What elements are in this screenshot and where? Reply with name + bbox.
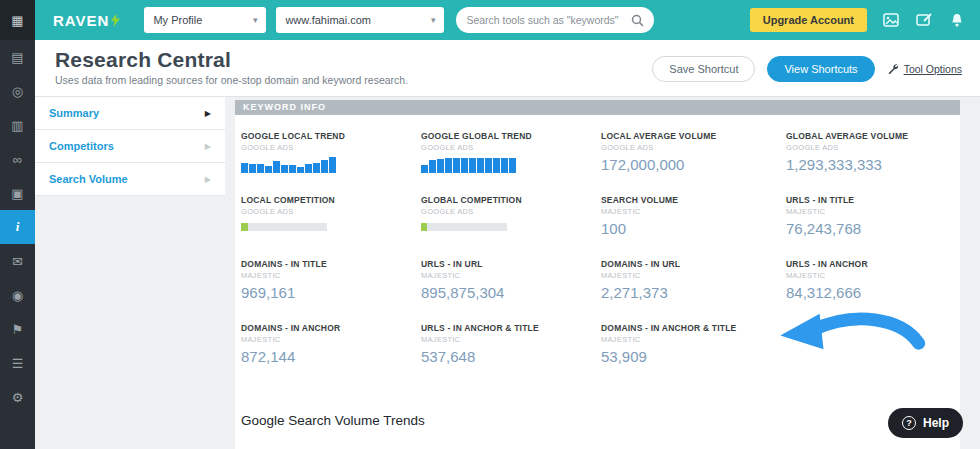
subnav-label: Competitors xyxy=(49,140,114,152)
metric-label: URLS - IN ANCHOR xyxy=(786,259,954,269)
competition-progress-fill xyxy=(421,223,427,231)
search-icon xyxy=(631,14,644,27)
metric-label: LOCAL AVERAGE VOLUME xyxy=(601,131,786,141)
profile-select[interactable]: My Profile ▾ xyxy=(144,7,266,33)
section-title-bar: KEYWORD INFO xyxy=(235,100,960,115)
links-icon[interactable]: ∞ xyxy=(0,142,35,176)
metric-value: 53,909 xyxy=(601,348,786,365)
chevron-down-icon: ▾ xyxy=(431,15,436,25)
help-button[interactable]: ? Help xyxy=(888,408,963,438)
metric-source: GOOGLE ADS xyxy=(421,207,601,216)
trend-bar xyxy=(501,158,508,173)
metric-cell: GOOGLE LOCAL TRENDGOOGLE ADS xyxy=(241,129,421,193)
metric-source: GOOGLE ADS xyxy=(601,143,786,152)
metric-cell: URLS - IN TITLEMAJESTIC76,243,768 xyxy=(786,193,954,257)
metrics-grid: GOOGLE LOCAL TRENDGOOGLE ADSGOOGLE GLOBA… xyxy=(235,115,960,385)
metric-source: MAJESTIC xyxy=(786,207,954,216)
metric-cell: DOMAINS - IN TITLEMAJESTIC969,161 xyxy=(241,257,421,321)
campaigns-icon[interactable]: ⚑ xyxy=(0,312,35,346)
trend-bar xyxy=(445,158,452,173)
metric-cell: GLOBAL COMPETITIONGOOGLE ADS xyxy=(421,193,601,257)
metric-value: 76,243,768 xyxy=(786,220,954,237)
metric-cell: DOMAINS - IN ANCHOR & TITLEMAJESTIC53,90… xyxy=(601,321,786,385)
metric-value: 2,271,373 xyxy=(601,284,786,301)
wrench-icon xyxy=(887,63,899,75)
metric-cell: LOCAL AVERAGE VOLUMEGOOGLE ADS172,000,00… xyxy=(601,129,786,193)
metric-source: MAJESTIC xyxy=(421,335,601,344)
metric-label: URLS - IN ANCHOR & TITLE xyxy=(421,323,601,333)
tasks-icon[interactable]: ☰ xyxy=(0,346,35,380)
dashboard-icon[interactable]: ▦ xyxy=(0,0,35,40)
trends-section-heading: Google Search Volume Trends xyxy=(241,413,960,428)
trend-bar xyxy=(321,160,328,173)
domain-select[interactable]: www.fahimai.com ▾ xyxy=(276,7,444,33)
trend-bar xyxy=(453,158,460,173)
metric-cell: LOCAL COMPETITIONGOOGLE ADS xyxy=(241,193,421,257)
metric-source: MAJESTIC xyxy=(241,271,421,280)
metric-label: GLOBAL COMPETITION xyxy=(421,195,601,205)
question-mark-icon: ? xyxy=(902,416,916,430)
header-actions: Save Shortcut View Shortcuts Tool Option… xyxy=(652,56,962,82)
rankings-icon[interactable]: ▥ xyxy=(0,108,35,142)
tool-options-label: Tool Options xyxy=(904,63,962,75)
competition-progress-track xyxy=(421,223,507,231)
metric-label: DOMAINS - IN ANCHOR & TITLE xyxy=(601,323,786,333)
metric-source: GOOGLE ADS xyxy=(241,143,421,152)
trend-bar xyxy=(249,164,256,173)
content-icon[interactable]: ✉ xyxy=(0,244,35,278)
trend-bar xyxy=(289,165,296,173)
metric-label: GOOGLE LOCAL TREND xyxy=(241,131,421,141)
metric-cell: GOOGLE GLOBAL TRENDGOOGLE ADS xyxy=(421,129,601,193)
tool-search-input[interactable] xyxy=(466,14,631,26)
local-listings-icon[interactable]: ◉ xyxy=(0,278,35,312)
research-central-icon[interactable]: i xyxy=(0,210,35,244)
raven-logo: RAVEN xyxy=(53,12,120,29)
notifications-bell-icon[interactable] xyxy=(948,11,966,29)
reports-icon[interactable]: ▤ xyxy=(0,40,35,74)
subnav: Summary▶Competitors▶Search Volume▶ xyxy=(35,97,225,196)
metric-label: DOMAINS - IN ANCHOR xyxy=(241,323,421,333)
chevron-down-icon: ▾ xyxy=(253,15,258,25)
metric-cell: URLS - IN ANCHORMAJESTIC84,312,666 xyxy=(786,257,954,321)
trend-bar-chart xyxy=(241,157,337,173)
metric-value: 537,648 xyxy=(421,348,601,365)
view-shortcuts-button[interactable]: View Shortcuts xyxy=(767,56,874,82)
raven-logo-text: RAVEN xyxy=(53,12,109,29)
metric-source: GOOGLE ADS xyxy=(786,143,954,152)
trend-bar xyxy=(493,158,500,173)
tool-options-link[interactable]: Tool Options xyxy=(887,63,962,75)
trend-bar xyxy=(313,163,320,173)
app-rail: ▦▤◎▥∞▣i✉◉⚑☰⚙ xyxy=(0,0,35,449)
save-shortcut-button[interactable]: Save Shortcut xyxy=(652,56,755,82)
subnav-item-summary[interactable]: Summary▶ xyxy=(35,97,225,130)
portfolio-icon[interactable]: ▣ xyxy=(0,176,35,210)
trend-bar xyxy=(273,161,280,173)
site-auditor-icon[interactable]: ◎ xyxy=(0,74,35,108)
media-icon[interactable] xyxy=(882,11,900,29)
keyword-info-panel: KEYWORD INFO GOOGLE LOCAL TRENDGOOGLE AD… xyxy=(235,100,960,449)
metric-label: GLOBAL AVERAGE VOLUME xyxy=(786,131,954,141)
metric-cell: SEARCH VOLUMEMAJESTIC100 xyxy=(601,193,786,257)
trend-bar xyxy=(485,158,492,173)
trend-bar xyxy=(429,160,436,173)
subnav-item-search-volume[interactable]: Search Volume▶ xyxy=(35,163,225,196)
tool-search[interactable] xyxy=(456,7,654,33)
trend-bar xyxy=(305,164,312,173)
trend-bar xyxy=(329,157,336,173)
compose-icon[interactable] xyxy=(915,11,933,29)
profile-select-value: My Profile xyxy=(153,14,202,26)
metric-value: 172,000,000 xyxy=(601,156,786,173)
metric-label: SEARCH VOLUME xyxy=(601,195,786,205)
metric-label: DOMAINS - IN URL xyxy=(601,259,786,269)
metric-value: 100 xyxy=(601,220,786,237)
metric-source: GOOGLE ADS xyxy=(421,143,601,152)
upgrade-account-button[interactable]: Upgrade Account xyxy=(750,8,867,32)
subnav-label: Search Volume xyxy=(49,173,128,185)
domain-select-value: www.fahimai.com xyxy=(285,14,371,26)
subnav-item-competitors[interactable]: Competitors▶ xyxy=(35,130,225,163)
caret-right-icon: ▶ xyxy=(205,109,211,118)
metric-source: GOOGLE ADS xyxy=(241,207,421,216)
trend-bar xyxy=(257,164,264,173)
competition-progress-track xyxy=(241,223,327,231)
settings-icon[interactable]: ⚙ xyxy=(0,380,35,414)
